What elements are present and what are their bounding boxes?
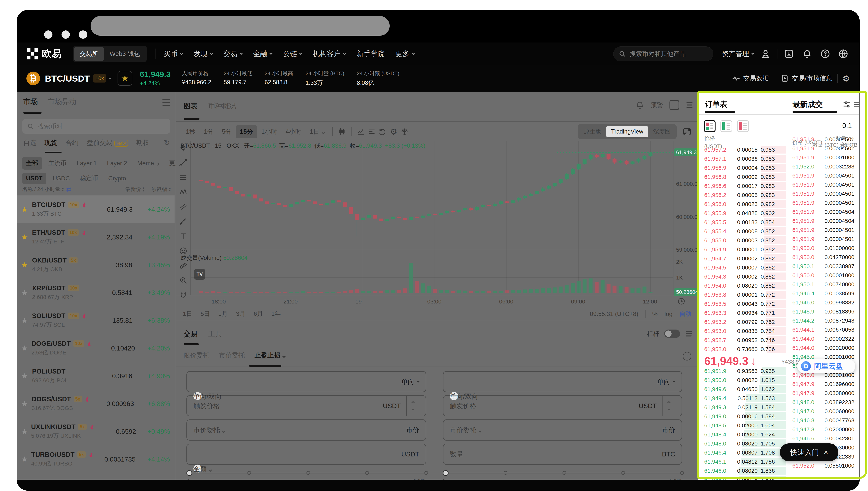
trade-row[interactable]: 61,948.00.03892232 xyxy=(786,398,859,407)
timeframe-4小时[interactable]: 4小时 xyxy=(281,125,306,138)
trade-row[interactable]: 61,946.00.00998382 xyxy=(786,298,859,307)
replay-icon[interactable] xyxy=(377,126,388,137)
ruler-icon[interactable] xyxy=(179,262,187,270)
market-row-OKB/USDT[interactable]: ★OKB/USDT5x4.21万 OKB38.98+3.45% xyxy=(17,251,175,279)
language-globe-icon[interactable] xyxy=(837,47,850,60)
trade-row[interactable]: 61,950.00.00001000 xyxy=(786,270,859,280)
timeframe-1分[interactable]: 1分 xyxy=(199,125,218,138)
alert-label[interactable]: 预警 xyxy=(651,101,663,109)
ask-row[interactable]: 61,953.80.000010.772 xyxy=(698,290,786,299)
timeframe-5分[interactable]: 5分 xyxy=(218,125,236,138)
ask-row[interactable]: 61,953.20.007990.762 xyxy=(698,317,786,326)
market-row-XRP/USDT[interactable]: ★XRP/USDT10x2,688.67万 XRP0.5841+3.49% xyxy=(17,279,175,307)
trade-row[interactable]: 61,944.20.00872943 xyxy=(786,316,859,325)
range-1日[interactable]: 1日 xyxy=(183,310,192,318)
favorite-star-icon[interactable]: ★ xyxy=(21,261,31,269)
tab-orderbook[interactable]: 订单表 xyxy=(705,99,727,110)
settings-gear-icon[interactable]: ⚙ xyxy=(842,74,850,83)
help-icon[interactable] xyxy=(818,47,832,60)
sidebar-tab-0[interactable]: 市场 xyxy=(23,97,38,107)
market-row-ETH/USDT[interactable]: ★ETH/USDT10x12.42万 ETH2,392.34+4.19% xyxy=(17,223,175,251)
notifications-icon[interactable] xyxy=(801,47,814,60)
quote-chip-0[interactable]: USDT xyxy=(22,173,46,184)
ask-row[interactable]: 61,956.60.000170.983 xyxy=(698,181,786,190)
chart-tab-0[interactable]: 图表 xyxy=(184,102,197,111)
mode-tab-web3[interactable]: Web3 钱包 xyxy=(104,47,146,61)
price-axis[interactable]: 62,000.061,000.060,000.059,000.02K1K61,9… xyxy=(673,141,698,295)
market-row-SOL/USDT[interactable]: ★SOL/USDT10x74.97万 SOL135.81+6.38% xyxy=(17,307,175,334)
category-tab-4[interactable]: 期权 xyxy=(136,138,149,147)
filter-chip-0[interactable]: 全部 xyxy=(22,157,42,170)
nav-item-4[interactable]: 公链 xyxy=(283,49,302,59)
pair-name[interactable]: BTC/USDT xyxy=(45,73,90,84)
col-name[interactable]: 名称 / 24 小时量 xyxy=(22,185,60,193)
price-chart[interactable] xyxy=(191,141,673,295)
bid-row[interactable]: 61,946.00.080201.836 xyxy=(698,466,786,475)
trade-row[interactable]: 61,947.00.00060000 xyxy=(786,407,859,416)
field-数量[interactable]: 数量BTC xyxy=(443,443,682,465)
favorite-star-icon[interactable]: ★ xyxy=(21,456,30,463)
bid-row[interactable]: 61,948.40.020001.624 xyxy=(698,430,786,439)
filter-chip-5[interactable]: 更多 xyxy=(165,157,176,170)
nav-item-5[interactable]: 机构客户 xyxy=(313,49,346,59)
bid-row[interactable]: 61,948.50.020001.604 xyxy=(698,421,786,430)
auto-scale-button[interactable]: 自动 xyxy=(679,310,691,318)
trade-row[interactable]: 61,950.10.00338987 xyxy=(786,262,859,270)
sidebar-tab-1[interactable]: 市场异动 xyxy=(48,97,76,107)
ask-row[interactable]: 61,952.00.736600.736 xyxy=(698,344,786,353)
trade-row[interactable]: 61,951.90.00004501 xyxy=(786,135,859,144)
timezone-clock-icon[interactable] xyxy=(677,297,685,305)
category-tab-3[interactable]: 盘前交易New xyxy=(87,138,128,147)
trade-row[interactable]: 61,951.90.00004504 xyxy=(786,207,859,216)
bid-row[interactable]: 61,949.40.501131.563 xyxy=(698,394,786,403)
zoom-in-icon[interactable] xyxy=(179,276,187,285)
trade-row[interactable]: 61,951.90.00004501 xyxy=(786,189,859,198)
filter-chip-1[interactable]: 主流币 xyxy=(44,157,70,170)
range-1年[interactable]: 1年 xyxy=(271,310,281,318)
trade-row[interactable]: 61,946.40.01038599 xyxy=(786,289,859,298)
market-info-link[interactable]: 交易/市场信息 xyxy=(792,74,832,83)
fib-retracement-icon[interactable] xyxy=(179,173,187,181)
ask-row[interactable]: 61,953.00.008350.754 xyxy=(698,326,786,336)
trade-row[interactable]: 61,947.90.03080000 xyxy=(786,388,859,398)
pair-search-input[interactable]: 搜索币对 xyxy=(22,119,170,134)
trade-row[interactable]: 61,944.00.00002322 xyxy=(786,334,859,343)
swap-sort-icon[interactable]: ⇄ xyxy=(66,185,71,193)
market-row-POL/USDT[interactable]: ★POL/USDT692.60万 POL0.3916+4.93% xyxy=(17,362,175,390)
favorite-star-icon[interactable]: ★ xyxy=(21,344,30,352)
profile-icon[interactable] xyxy=(759,47,772,60)
text-tool-icon[interactable] xyxy=(179,232,187,240)
bid-row[interactable]: 61,945.90.000161.836 xyxy=(698,475,786,480)
category-tab-0[interactable]: 自选 xyxy=(23,138,36,147)
favorite-star-icon[interactable]: ★ xyxy=(21,233,31,241)
field-触发价格[interactable]: 触发价格USDT xyxy=(443,395,682,416)
quote-chip-3[interactable]: Crypto xyxy=(104,173,130,184)
fullscreen-icon[interactable] xyxy=(682,126,692,137)
global-search[interactable]: 搜索币对和其他产品 xyxy=(613,47,713,61)
ask-row[interactable]: 61,953.50.000430.772 xyxy=(698,299,786,308)
ask-row[interactable]: 61,952.70.009520.746 xyxy=(698,336,786,344)
order-tab-0[interactable]: 限价委托 xyxy=(184,351,209,360)
close-icon[interactable]: × xyxy=(824,448,828,457)
bid-row[interactable]: 61,951.90.935630.935 xyxy=(698,366,786,375)
okx-logo[interactable]: 欧易 xyxy=(26,47,62,60)
range-6月[interactable]: 6月 xyxy=(254,310,263,318)
trade-row[interactable]: 61,947.90.01696000 xyxy=(786,379,859,388)
window-minimize-icon[interactable] xyxy=(62,30,70,39)
nav-item-0[interactable]: 买币 xyxy=(164,49,183,59)
trade-row[interactable]: 61,944.00.00020000 xyxy=(786,343,859,352)
filter-chip-2[interactable]: Layer 1 xyxy=(73,157,100,169)
trade-row[interactable]: 61,946.60.00042301 xyxy=(786,434,859,443)
book-view-bids-icon[interactable] xyxy=(720,120,732,132)
market-row-DOGS/USDT[interactable]: ★DOGS/USDT5x316.67亿 DOGS0.000963+6.88% xyxy=(17,390,175,417)
col-price[interactable]: 最新价 xyxy=(125,185,141,193)
trade-row[interactable]: 61,952.00.00032283 xyxy=(786,162,859,171)
ask-row[interactable]: 61,954.70.000020.852 xyxy=(698,254,786,263)
nav-item-6[interactable]: 新手学院 xyxy=(356,49,384,59)
field-市价委托[interactable]: 市价委托市价 xyxy=(186,420,426,440)
window-zoom-icon[interactable] xyxy=(79,30,87,39)
range-5日[interactable]: 5日 xyxy=(200,310,210,318)
parallel-channel-icon[interactable] xyxy=(179,203,187,211)
ask-row[interactable]: 61,955.50.001830.854 xyxy=(698,218,786,227)
field-触发价格[interactable]: 触发价格USDT xyxy=(186,395,426,416)
